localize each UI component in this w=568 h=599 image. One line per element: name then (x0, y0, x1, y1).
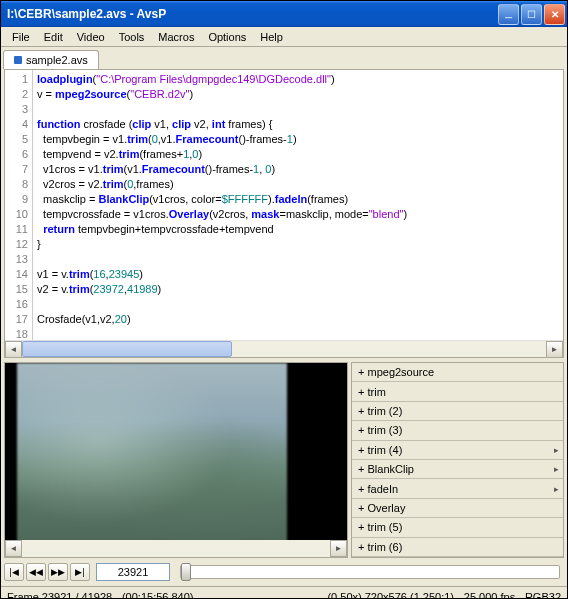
transport-bar: |◀ ◀◀ ▶▶ ▶| 23921 (4, 561, 564, 583)
line-number-gutter: 12345678910111213141516171819 (5, 70, 33, 340)
editor-hscrollbar[interactable]: ◄ ► (5, 340, 563, 357)
filter-item[interactable]: + BlankClip (352, 460, 563, 479)
menu-file[interactable]: File (5, 29, 37, 45)
minimize-button[interactable] (498, 4, 519, 25)
status-frame-info: Frame 23921 / 41928 - (00:15:56.840) (7, 591, 194, 600)
filter-list: + mpeg2source+ trim+ trim (2)+ trim (3)+… (351, 362, 564, 558)
prev-frame-button[interactable]: ◀◀ (26, 563, 46, 581)
next-frame-button[interactable]: ▶▶ (48, 563, 68, 581)
filter-item[interactable]: + trim (352, 382, 563, 401)
scroll-left-button[interactable]: ◄ (5, 341, 22, 358)
menubar: File Edit Video Tools Macros Options Hel… (1, 27, 567, 47)
first-frame-button[interactable]: |◀ (4, 563, 24, 581)
video-preview[interactable]: ◄ ► (4, 362, 348, 558)
scroll-track[interactable] (22, 341, 546, 357)
filter-item[interactable]: + trim (5) (352, 518, 563, 537)
code-editor[interactable]: 12345678910111213141516171819 loadplugin… (4, 69, 564, 358)
scroll-right-button[interactable]: ► (330, 540, 347, 557)
menu-options[interactable]: Options (201, 29, 253, 45)
filter-item[interactable]: + fadeIn (352, 479, 563, 498)
window-controls (498, 4, 565, 25)
frame-number-input[interactable]: 23921 (96, 563, 170, 581)
code-area[interactable]: loadplugin("C:\Program Files\dgmpgdec149… (33, 70, 563, 340)
maximize-button[interactable] (521, 4, 542, 25)
scroll-right-button[interactable]: ► (546, 341, 563, 358)
statusbar: Frame 23921 / 41928 - (00:15:56.840) (0.… (1, 586, 567, 599)
filter-item[interactable]: + mpeg2source (352, 363, 563, 382)
preview-hscrollbar[interactable]: ◄ ► (5, 540, 347, 557)
filter-item[interactable]: + trim (6) (352, 538, 563, 557)
last-frame-button[interactable]: ▶| (70, 563, 90, 581)
menu-macros[interactable]: Macros (151, 29, 201, 45)
filter-item[interactable]: + Overlay (352, 499, 563, 518)
status-video-info: (0.50x) 720x576 (1.250:1) - 25.000 fps -… (327, 591, 561, 600)
timeline-thumb[interactable] (181, 563, 191, 581)
timeline-slider[interactable] (180, 565, 560, 579)
menu-help[interactable]: Help (253, 29, 290, 45)
filter-item[interactable]: + trim (3) (352, 421, 563, 440)
filter-item[interactable]: + trim (2) (352, 402, 563, 421)
tab-strip: sample2.avs (1, 47, 567, 69)
menu-edit[interactable]: Edit (37, 29, 70, 45)
window-title: I:\CEBR\sample2.avs - AvsP (7, 7, 498, 21)
close-button[interactable] (544, 4, 565, 25)
tab-sample2[interactable]: sample2.avs (3, 50, 99, 69)
tab-label: sample2.avs (26, 54, 88, 66)
titlebar: I:\CEBR\sample2.avs - AvsP (1, 1, 567, 27)
file-icon (14, 56, 22, 64)
filter-item[interactable]: + trim (4) (352, 441, 563, 460)
scroll-track[interactable] (22, 540, 330, 557)
scroll-thumb[interactable] (22, 341, 232, 357)
preview-frame-image (17, 363, 287, 557)
scroll-left-button[interactable]: ◄ (5, 540, 22, 557)
menu-tools[interactable]: Tools (112, 29, 152, 45)
bottom-panel: ◄ ► + mpeg2source+ trim+ trim (2)+ trim … (4, 362, 564, 558)
menu-video[interactable]: Video (70, 29, 112, 45)
